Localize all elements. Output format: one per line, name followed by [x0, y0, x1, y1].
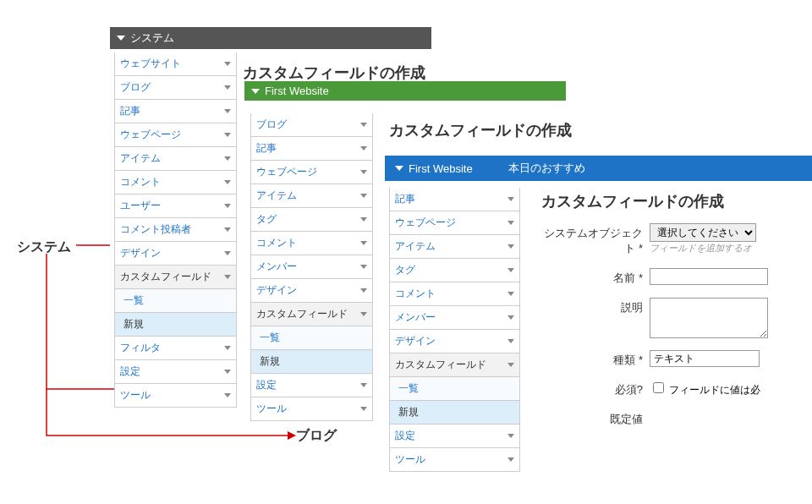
chevron-down-icon — [360, 265, 367, 269]
chevron-down-icon — [360, 194, 367, 198]
chevron-down-icon — [508, 221, 514, 225]
chevron-down-icon — [224, 156, 231, 161]
menu-item[interactable]: 設定 — [115, 360, 237, 384]
menu-item[interactable]: ツール — [390, 448, 520, 472]
chevron-down-icon — [224, 62, 231, 66]
menu-item[interactable]: アイテム — [251, 184, 373, 208]
menu-head-custom-field[interactable]: カスタムフィールド — [251, 303, 373, 326]
menu-item[interactable]: ウェブページ — [115, 123, 237, 147]
menu-item[interactable]: デザイン — [115, 242, 237, 266]
chevron-down-icon — [224, 133, 231, 137]
header-website[interactable]: First Website — [244, 81, 566, 101]
chevron-down-icon — [508, 457, 514, 462]
menu-sub-item[interactable]: 新規 — [251, 350, 373, 374]
arrow-head-icon — [288, 431, 296, 440]
chevron-down-icon — [508, 315, 514, 320]
menu-sub-item[interactable]: 新規 — [390, 401, 520, 425]
chevron-down-icon — [360, 312, 367, 316]
menu-item[interactable]: 記事 — [115, 100, 237, 123]
menu-item[interactable]: デザイン — [251, 279, 373, 303]
chevron-down-icon — [224, 275, 231, 279]
menu-item[interactable]: アイテム — [115, 147, 237, 171]
label-desc: 説明 — [541, 298, 643, 315]
breadcrumb-blog[interactable]: 本日のおすすめ — [493, 156, 595, 181]
menu-item[interactable]: 設定 — [390, 425, 520, 448]
chevron-down-icon — [224, 393, 231, 397]
checkbox-required-label: フィールドに値は必 — [669, 384, 760, 396]
chevron-down-icon — [360, 407, 367, 411]
breadcrumb-site-label: First Website — [409, 162, 473, 175]
header-label: First Website — [265, 85, 329, 97]
triangle-down-icon — [395, 166, 403, 171]
menu-head-custom-field[interactable]: カスタムフィールド — [390, 353, 520, 377]
chevron-down-icon — [360, 288, 367, 293]
menu-item[interactable]: コメント — [390, 282, 520, 306]
hint-system-object: フィールドを追加するオ — [650, 242, 756, 255]
menu-item[interactable]: ブログ — [115, 76, 237, 100]
menu-sub-item[interactable]: 一覧 — [251, 326, 373, 350]
panel1-menu: ウェブサイトブログ記事ウェブページアイテムコメントユーザーコメント投稿者デザイン… — [114, 52, 237, 408]
header-system[interactable]: システム — [110, 27, 431, 49]
menu-item[interactable]: 記事 — [251, 137, 373, 161]
menu-item[interactable]: タグ — [251, 208, 373, 232]
panel2-menu: ブログ記事ウェブページアイテムタグコメントメンバーデザインカスタムフィールド一覧… — [250, 113, 373, 421]
menu-item[interactable]: ツール — [251, 397, 373, 421]
form-row-name: 名前 * — [541, 268, 812, 286]
input-name[interactable] — [650, 268, 768, 285]
menu-item[interactable]: 設定 — [251, 374, 373, 397]
menu-item[interactable]: フィルタ — [115, 337, 237, 360]
chevron-down-icon — [508, 197, 514, 201]
menu-sub-item[interactable]: 一覧 — [390, 377, 520, 401]
menu-item[interactable]: コメント — [251, 232, 373, 255]
menu-sub-item[interactable]: 新規 — [115, 313, 237, 337]
menu-item[interactable]: コメント投稿者 — [115, 218, 237, 242]
chevron-down-icon — [224, 109, 231, 113]
textarea-desc[interactable] — [650, 298, 768, 338]
chevron-down-icon — [360, 383, 367, 387]
panel-website: First Website — [244, 81, 566, 101]
chevron-down-icon — [224, 204, 231, 208]
menu-item[interactable]: アイテム — [390, 235, 520, 259]
panel-system: システム — [110, 27, 431, 49]
select-system-object[interactable]: 選択してください — [650, 223, 756, 242]
menu-item[interactable]: ウェブページ — [390, 211, 520, 235]
panel3-menu: 記事ウェブページアイテムタグコメントメンバーデザインカスタムフィールド一覧新規設… — [389, 188, 520, 472]
chevron-down-icon — [508, 268, 514, 272]
checkbox-required[interactable] — [653, 382, 664, 393]
form-row-default: 既定値 — [541, 409, 812, 427]
label-required: 必須? — [541, 380, 643, 397]
menu-item[interactable]: 記事 — [390, 188, 520, 211]
menu-item[interactable]: タグ — [390, 259, 520, 282]
menu-item[interactable]: ウェブサイト — [115, 52, 237, 76]
menu-item[interactable]: ブログ — [251, 113, 373, 137]
breadcrumb-blog-label: 本日のおすすめ — [508, 161, 585, 176]
chevron-down-icon — [224, 227, 231, 232]
menu-item[interactable]: メンバー — [251, 255, 373, 279]
chevron-down-icon — [508, 244, 514, 249]
menu-item[interactable]: ウェブページ — [251, 161, 373, 184]
menu-item[interactable]: メンバー — [390, 306, 520, 330]
form-row-required: 必須? フィールドに値は必 — [541, 380, 812, 397]
panel2-title-area: カスタムフィールドの作成 — [389, 113, 572, 147]
menu-item[interactable]: ユーザー — [115, 194, 237, 218]
chevron-down-icon — [224, 370, 231, 374]
page-title: カスタムフィールドの作成 — [541, 184, 812, 218]
header-blog: First Website 本日のおすすめ — [385, 156, 812, 181]
chevron-down-icon — [360, 123, 367, 127]
menu-head-custom-field[interactable]: カスタムフィールド — [115, 266, 237, 289]
chevron-down-icon — [224, 251, 231, 255]
header-label: システム — [130, 30, 174, 46]
label-name: 名前 * — [541, 268, 643, 286]
menu-item[interactable]: コメント — [115, 171, 237, 194]
input-type[interactable] — [650, 350, 760, 367]
menu-item[interactable]: デザイン — [390, 330, 520, 353]
triangle-down-icon — [117, 36, 125, 41]
panel-blog: First Website 本日のおすすめ — [385, 156, 812, 181]
menu-item[interactable]: ツール — [115, 384, 237, 408]
breadcrumb-site[interactable]: First Website — [385, 157, 488, 180]
form-row-desc: 説明 — [541, 298, 812, 338]
chevron-down-icon — [360, 241, 367, 245]
triangle-down-icon — [251, 89, 260, 94]
chevron-down-icon — [508, 363, 514, 367]
menu-sub-item[interactable]: 一覧 — [115, 289, 237, 313]
